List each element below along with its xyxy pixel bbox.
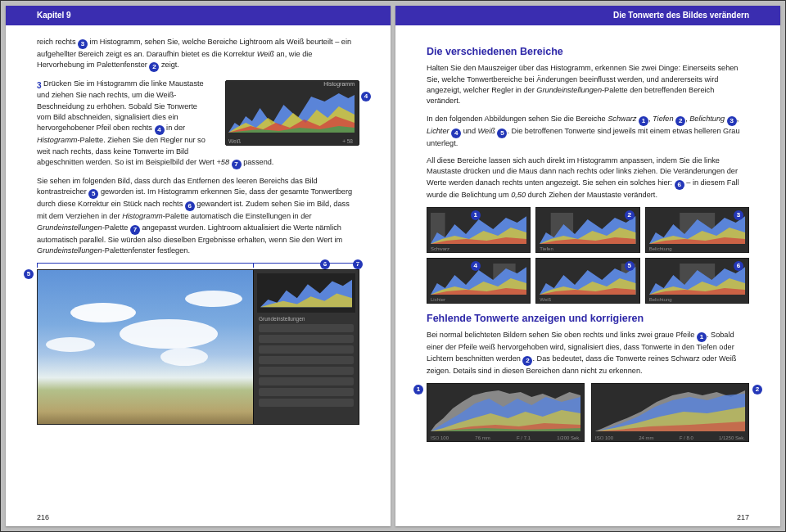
chapter-header: Kapitel 9	[6, 6, 391, 25]
paragraph: reich rechts 3 im Histogramm, sehen Sie,…	[37, 37, 359, 72]
callout-5: 5	[497, 128, 507, 138]
callout-5: 5	[625, 261, 635, 271]
paragraph: In den folgenden Abbildungen sehen Sie d…	[427, 114, 749, 149]
page-right: Die Tonwerte des Bildes verändern Die ve…	[395, 6, 780, 526]
callout-6: 6	[185, 201, 195, 211]
callout-1: 1	[697, 332, 707, 342]
thumb-belichtung: Belichtung 3	[645, 207, 749, 253]
paragraph: All diese Bereiche lassen sich auch dire…	[427, 156, 749, 201]
paragraph: Sie sehen im folgenden Bild, dass durch …	[37, 176, 359, 256]
callout-3: 3	[78, 39, 88, 49]
histogram-label: Histogramm	[323, 81, 355, 87]
callout-3: 3	[727, 116, 737, 126]
callout-1: 1	[413, 385, 423, 394]
paragraph: Bei normal belichteten Bildern sehen Sie…	[427, 330, 749, 376]
callout-1: 1	[471, 210, 481, 220]
page-left: Kapitel 9 reich rechts 3 im Histogramm, …	[6, 6, 391, 526]
callout-6: 6	[675, 180, 684, 190]
page-number: 217	[737, 513, 749, 521]
heading-regions: Die verschiedenen Bereiche	[427, 45, 749, 58]
book-spread: Kapitel 9 reich rechts 3 im Histogramm, …	[0, 0, 786, 532]
histogram-grid: Schwarz 1 Tiefen 2 Belichtung 3	[427, 207, 749, 304]
callout-4: 4	[361, 92, 371, 101]
callout-7: 7	[232, 160, 242, 169]
thumb-schwarz: Schwarz 1	[427, 207, 531, 253]
callout-3: 3	[734, 210, 743, 220]
callout-4: 4	[155, 125, 165, 135]
thumb-lichter: Lichter 4	[427, 258, 531, 304]
callout-6: 6	[734, 261, 743, 271]
thumb-belichtung-drag: Belichtung 6	[645, 258, 749, 304]
page-number: 216	[37, 513, 49, 521]
thumb-weiss: Weiß 5	[535, 258, 639, 304]
running-head: Die Tonwerte des Bildes verändern	[395, 6, 780, 25]
heading-missing-tones: Fehlende Tonwerte anzeigen und korrigier…	[427, 312, 749, 325]
callout-7: 7	[130, 225, 140, 235]
thumb-tiefen: Tiefen 2	[535, 207, 639, 253]
paragraph: Halten Sie den Mauszeiger über das Histo…	[427, 63, 749, 106]
callout-2: 2	[625, 210, 635, 220]
wide-histogram-2: ISO 10024 mmF / 8.01/1250 Sek.	[591, 383, 749, 442]
callout-4: 4	[471, 261, 481, 271]
panel-section-label: Grundeinstellungen	[259, 316, 354, 322]
callout-2: 2	[522, 356, 532, 366]
callout-5: 5	[24, 269, 34, 279]
callout-1: 1	[639, 116, 648, 126]
histogram-pair: 1 ISO 10076 mmF / 7.11/200 Sek.	[427, 383, 749, 442]
callout-2: 2	[675, 116, 685, 126]
callout-2: 2	[752, 385, 762, 394]
wide-histogram-1: ISO 10076 mmF / 7.11/200 Sek.	[427, 383, 585, 442]
panel-histogram	[257, 273, 355, 313]
main-figure: 5 6 7	[37, 263, 359, 431]
histogram-thumbnail: Histogramm Weiß+ 58 4	[220, 80, 359, 146]
callout-5: 5	[88, 189, 98, 199]
develop-panel: Grundeinstellungen	[253, 269, 359, 425]
photo-preview	[37, 269, 256, 425]
histogram-plot	[228, 90, 355, 133]
callout-2: 2	[149, 62, 159, 72]
callout-4: 4	[451, 128, 461, 138]
